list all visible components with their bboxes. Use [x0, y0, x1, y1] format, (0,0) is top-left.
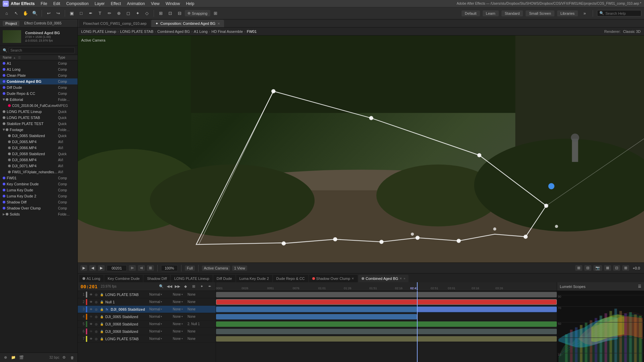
menu-effect[interactable]: Effect — [108, 1, 123, 7]
mask-tool[interactable]: □ — [77, 9, 85, 17]
scopes-menu-btn[interactable]: ☰ — [638, 284, 641, 289]
list-item[interactable]: Shadow Over Clump Comp — [0, 205, 77, 211]
channel-btn[interactable]: ⊞ — [622, 265, 629, 271]
search-input[interactable] — [605, 11, 639, 15]
lock-1[interactable]: 🔒 — [99, 292, 104, 297]
visibility-eye-5[interactable]: 👁 — [89, 322, 93, 326]
new-item-btn[interactable]: ⊕ — [2, 354, 9, 361]
workspace-default[interactable]: Default — [462, 10, 480, 16]
breadcrumb-a1long[interactable]: A1 Long — [194, 29, 208, 34]
list-item[interactable]: DJI_0068 Stabilized Quick — [0, 151, 77, 157]
menu-composition[interactable]: Composition — [63, 1, 91, 7]
breadcrumb-fw01[interactable]: FW01 — [247, 29, 257, 34]
tl-tab-duderepoc[interactable]: Dude Repo & CC — [273, 275, 308, 282]
visibility-eye-1[interactable]: 👁 — [89, 292, 93, 297]
tl-tab-shadowclump[interactable]: Shadow Over Clump ✕ — [309, 275, 358, 282]
tl-tab-longplate[interactable]: LONG PLATE Lineup — [171, 275, 212, 282]
tl-tab-lumakey2[interactable]: Luma Key Dude 2 — [236, 275, 272, 282]
visibility-eye-7[interactable]: 👁 — [89, 337, 93, 341]
list-item[interactable]: FW01_VFXplate_nohandles_01.mp4 AVI — [0, 169, 77, 175]
project-tab[interactable]: Project — [3, 21, 19, 26]
list-item[interactable]: Stabilize PLATE TEST Quick — [0, 121, 77, 127]
frame-back-btn[interactable]: ◀ — [89, 265, 96, 271]
timecode-display[interactable]: 00201 — [107, 265, 127, 271]
menu-edit[interactable]: Edit — [51, 1, 63, 7]
delete-btn[interactable]: 🗑 — [69, 354, 75, 361]
breadcrumb-longplate[interactable]: LONG PLATE Lineup — [81, 29, 116, 34]
list-item[interactable]: LONG PLATE STAB Quick — [0, 115, 77, 121]
list-item[interactable]: DJI_0066.MP4 AVI — [0, 145, 77, 151]
solo-5[interactable]: ◎ — [94, 322, 99, 326]
layer-trk-4[interactable]: None ▾ — [173, 315, 186, 318]
layer-trk-3[interactable]: None ▾ — [173, 307, 186, 311]
menu-help[interactable]: Help — [183, 1, 197, 7]
tl-layer-7[interactable]: 7 👁 ◎ 🔒 LONG PLATE STAB Normal ▾ None ▾ … — [78, 335, 216, 343]
list-item[interactable]: Luma Key Dude Comp — [0, 187, 77, 193]
tl-close-icon[interactable]: ✕ — [352, 277, 354, 280]
breadcrumb-combined[interactable]: Combined Aged BG — [157, 29, 190, 34]
effect-controls-tab[interactable]: Effect Controls DJI_0065 — [21, 21, 64, 26]
lock-3[interactable]: 🔒 — [99, 307, 104, 312]
tl-effects-btn[interactable]: ✦ — [198, 283, 205, 290]
breadcrumb-stab[interactable]: LONG PLATE STAB — [120, 29, 153, 34]
layer-parent-5[interactable]: 2. Null 1 — [187, 322, 214, 326]
tl-tab-keycombine[interactable]: Key Combine Dude — [104, 275, 143, 282]
camera-btn[interactable]: ⊟ — [175, 9, 183, 17]
snapshot-btn[interactable]: 📷 — [593, 265, 602, 271]
layer-trk-7[interactable]: None ▾ — [173, 337, 186, 341]
tl-layer-6[interactable]: 6 👁 ◎ 🔒 DJI_0068 Stabilized Normal ▾ Non… — [78, 328, 216, 335]
menu-animation[interactable]: Animation — [124, 1, 148, 7]
layer-mode-2[interactable]: Normal ▾ — [148, 300, 171, 304]
tl-prev-btn[interactable]: ◀◀ — [166, 283, 173, 290]
puppet-tool[interactable]: ✦ — [133, 9, 142, 17]
layer-mode-4[interactable]: Normal ▾ — [148, 315, 171, 318]
lock-7[interactable]: 🔒 — [99, 337, 104, 341]
mask-view-btn[interactable]: ⊡ — [613, 265, 620, 271]
eraser-tool[interactable]: ◻ — [124, 9, 132, 17]
select-tool[interactable]: ↖ — [12, 9, 20, 17]
solo-7[interactable]: ◎ — [94, 337, 99, 341]
layer-mode-1[interactable]: Normal ▾ — [148, 293, 171, 296]
layer-mode-5[interactable]: Normal ▾ — [148, 322, 171, 326]
list-item[interactable]: A1 Long Comp — [0, 66, 77, 72]
list-item[interactable]: Clean Plate Comp — [0, 72, 77, 78]
visibility-eye-2[interactable]: 👁 — [89, 300, 93, 304]
list-item-folder[interactable]: ▶ Footage Folde… — [0, 127, 77, 133]
tl-camera-btn[interactable]: ⊞ — [190, 283, 197, 290]
snapping-toggle[interactable]: ⊛ Snapping — [185, 10, 210, 16]
prev-keyframe-btn[interactable]: ⊳ — [129, 265, 136, 271]
ram-preview-btn[interactable]: ⊞ — [147, 265, 154, 271]
region-btn[interactable]: ⊠ — [604, 265, 611, 271]
visibility-eye-6[interactable]: 👁 — [89, 329, 93, 334]
selection-tool[interactable]: ▣ — [68, 9, 76, 17]
breadcrumb-hdassemble[interactable]: HD Final Assemble — [212, 29, 243, 34]
next-keyframe-btn[interactable]: ⊲ — [138, 265, 145, 271]
tl-tab-combined[interactable]: Combined Aged BG ✕ » — [358, 275, 409, 282]
list-item[interactable]: Diff Dude Comp — [0, 84, 77, 90]
visibility-eye-3[interactable]: 👁 — [89, 307, 93, 312]
menu-file[interactable]: File — [38, 1, 50, 7]
tl-layer-1[interactable]: 1 👁 ◎ 🔒 LONG PLATE STAB Normal ▾ None ▾ … — [78, 291, 216, 298]
layer-parent-1[interactable]: None — [187, 293, 214, 296]
menu-window[interactable]: Window — [163, 1, 183, 7]
tl-close-active-icon[interactable]: ✕ — [399, 277, 402, 280]
shape-tool[interactable]: ◇ — [143, 9, 151, 17]
solo-2[interactable]: ◎ — [94, 300, 99, 304]
workspace-standard[interactable]: Standard — [501, 10, 523, 16]
solo-1[interactable]: ◎ — [94, 292, 99, 297]
flowchart-tab[interactable]: Flowchart COS_FW01_comp_010.aep — [79, 20, 151, 27]
tl-layer-3[interactable]: 3 👁 ◎ 🔒 fx DJI_0065 Stabilized Normal ▾ … — [78, 306, 216, 313]
tl-tab-diffdude[interactable]: Diff Dude — [213, 275, 235, 282]
twirl-icon[interactable]: ▶ — [2, 99, 6, 101]
pen-tool[interactable]: ✒ — [87, 9, 95, 17]
tl-paint-btn[interactable]: ✒ — [206, 283, 213, 290]
view-select[interactable]: 1 View — [232, 265, 247, 271]
workspace-libraries[interactable]: Libraries — [557, 10, 578, 16]
grid-overlay-btn[interactable]: ⊞ — [575, 265, 582, 271]
hand-tool[interactable]: ✋ — [21, 9, 30, 17]
effect-3[interactable]: fx — [105, 307, 109, 312]
list-item-folder[interactable]: ▶ Editorial Folde… — [0, 97, 77, 103]
tl-add-keyframe-btn[interactable]: ◆ — [182, 283, 189, 290]
lock-6[interactable]: 🔒 — [99, 329, 104, 334]
workspace-more[interactable]: » — [581, 9, 589, 17]
